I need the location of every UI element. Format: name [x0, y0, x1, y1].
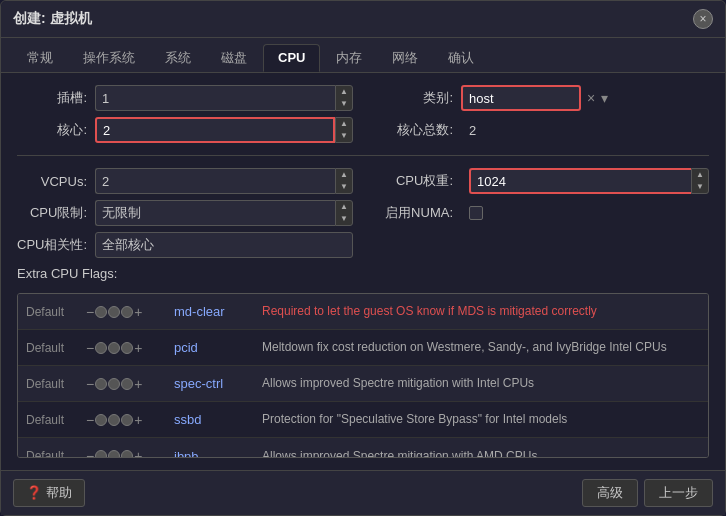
core-down-arrow[interactable]: ▼ [336, 130, 352, 142]
tab-bar: 常规 操作系统 系统 磁盘 CPU 内存 网络 确认 [1, 38, 725, 73]
cpuweight-label: CPU权重: [373, 172, 453, 190]
socket-arrows: ▲ ▼ [335, 85, 353, 111]
flag-desc-4: Allows improved Spectre mitigation with … [262, 448, 700, 457]
cpuaffinity-input[interactable] [95, 232, 353, 258]
core-label: 核心: [17, 121, 87, 139]
flag-toggle-3: − + [86, 412, 166, 428]
tab-os[interactable]: 操作系统 [69, 44, 149, 72]
flag-plus-0[interactable]: + [134, 304, 142, 320]
prev-button[interactable]: 上一步 [644, 479, 713, 507]
flag-dot2-2 [108, 378, 120, 390]
core-row: 核心: ▲ ▼ [17, 117, 353, 143]
tab-cpu[interactable]: CPU [263, 44, 320, 72]
totalcore-value: 2 [469, 123, 476, 138]
main-window: 创建: 虚拟机 × 常规 操作系统 系统 磁盘 CPU 内存 网络 确认 插槽:… [0, 0, 726, 516]
flag-dot3-2 [121, 378, 133, 390]
cpulimit-input[interactable] [95, 200, 335, 226]
socket-up-arrow[interactable]: ▲ [336, 86, 352, 98]
nav-buttons: 高级 上一步 [582, 479, 713, 507]
flag-minus-3[interactable]: − [86, 412, 94, 428]
flag-default-2: Default [26, 377, 78, 391]
flag-name-4: ibpb [174, 449, 254, 458]
socket-input[interactable] [95, 85, 335, 111]
cpulimit-spinner[interactable]: ▲ ▼ [95, 200, 353, 226]
flag-default-3: Default [26, 413, 78, 427]
cpulimit-down-arrow[interactable]: ▼ [336, 213, 352, 225]
flag-desc-0: Required to let the guest OS know if MDS… [262, 303, 700, 320]
socket-label: 插槽: [17, 89, 87, 107]
flag-dot2-1 [108, 342, 120, 354]
tab-confirm[interactable]: 确认 [434, 44, 488, 72]
flag-row-2: Default − + spec-ctrl Allows improved Sp… [18, 366, 708, 402]
cpuweight-arrows: ▲ ▼ [691, 168, 709, 194]
content-area: 插槽: ▲ ▼ 类别: × ▾ 核 [1, 73, 725, 470]
cpuaffinity-label: CPU相关性: [17, 236, 87, 254]
footer: ❓ 帮助 高级 上一步 [1, 470, 725, 515]
vcpu-spinner[interactable]: ▲ ▼ [95, 168, 353, 194]
flags-scroll[interactable]: Default − + md-clear Required to let the… [18, 294, 708, 457]
flag-plus-1[interactable]: + [134, 340, 142, 356]
socket-row: 插槽: ▲ ▼ [17, 85, 353, 111]
flag-name-0: md-clear [174, 304, 254, 319]
tab-system[interactable]: 系统 [151, 44, 205, 72]
socket-down-arrow[interactable]: ▼ [336, 98, 352, 110]
tab-general[interactable]: 常规 [13, 44, 67, 72]
flag-default-4: Default [26, 449, 78, 457]
window-title: 创建: 虚拟机 [13, 10, 92, 28]
flag-toggle-2: − + [86, 376, 166, 392]
flag-row-0: Default − + md-clear Required to let the… [18, 294, 708, 330]
type-row: 类别: × ▾ [373, 85, 709, 111]
host-row: × ▾ [461, 85, 608, 111]
flag-dot3-3 [121, 414, 133, 426]
vcpu-row: VCPUs: ▲ ▼ [17, 168, 353, 194]
advanced-button[interactable]: 高级 [582, 479, 638, 507]
type-label: 类别: [373, 89, 453, 107]
totalcore-label: 核心总数: [373, 121, 453, 139]
flag-plus-3[interactable]: + [134, 412, 142, 428]
cpulimit-arrows: ▲ ▼ [335, 200, 353, 226]
cpuweight-down-arrow[interactable]: ▼ [692, 181, 708, 193]
flag-desc-3: Protection for "Speculative Store Bypass… [262, 411, 700, 428]
flag-toggle-4: − + [86, 448, 166, 457]
vcpu-up-arrow[interactable]: ▲ [336, 169, 352, 181]
vcpu-down-arrow[interactable]: ▼ [336, 181, 352, 193]
flag-minus-1[interactable]: − [86, 340, 94, 356]
help-button[interactable]: ❓ 帮助 [13, 479, 85, 507]
cpuweight-input[interactable] [469, 168, 691, 194]
cpuweight-spinner[interactable]: ▲ ▼ [469, 168, 709, 194]
numa-row: 启用NUMA: [373, 200, 709, 226]
flag-dot1-4 [95, 450, 107, 457]
middle-form-grid: VCPUs: ▲ ▼ CPU权重: ▲ ▼ [17, 168, 709, 258]
tab-network[interactable]: 网络 [378, 44, 432, 72]
core-arrows: ▲ ▼ [335, 117, 353, 143]
tab-memory[interactable]: 内存 [322, 44, 376, 72]
flag-minus-2[interactable]: − [86, 376, 94, 392]
flag-dot2-4 [108, 450, 120, 457]
flag-dot2-3 [108, 414, 120, 426]
vcpu-input[interactable] [95, 168, 335, 194]
vcpu-label: VCPUs: [17, 174, 87, 189]
flag-dot1-3 [95, 414, 107, 426]
core-up-arrow[interactable]: ▲ [336, 118, 352, 130]
type-input[interactable] [461, 85, 581, 111]
tab-disk[interactable]: 磁盘 [207, 44, 261, 72]
flag-plus-4[interactable]: + [134, 448, 142, 457]
cpulimit-up-arrow[interactable]: ▲ [336, 201, 352, 213]
flag-row-1: Default − + pcid Meltdown fix cost reduc… [18, 330, 708, 366]
numa-checkbox[interactable] [469, 206, 483, 220]
socket-spinner[interactable]: ▲ ▼ [95, 85, 353, 111]
cpulimit-label: CPU限制: [17, 204, 87, 222]
core-spinner[interactable]: ▲ ▼ [95, 117, 353, 143]
flag-minus-4[interactable]: − [86, 448, 94, 457]
extra-flags-label: Extra CPU Flags: [17, 266, 709, 281]
type-clear-icon[interactable]: × [587, 90, 595, 106]
divider1 [17, 155, 709, 156]
flag-minus-0[interactable]: − [86, 304, 94, 320]
flag-toggle-0: − + [86, 304, 166, 320]
flag-plus-2[interactable]: + [134, 376, 142, 392]
core-input[interactable] [95, 117, 335, 143]
close-button[interactable]: × [693, 9, 713, 29]
type-dropdown-icon[interactable]: ▾ [601, 90, 608, 106]
cpuweight-up-arrow[interactable]: ▲ [692, 169, 708, 181]
flag-dot1-0 [95, 306, 107, 318]
